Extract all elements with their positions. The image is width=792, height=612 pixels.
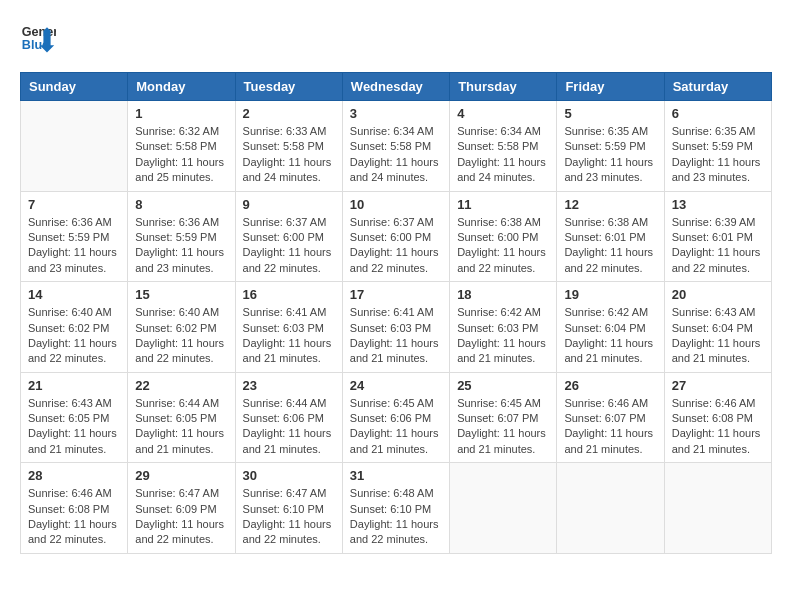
calendar-cell: 20Sunrise: 6:43 AMSunset: 6:04 PMDayligh… [664, 282, 771, 373]
calendar-cell: 19Sunrise: 6:42 AMSunset: 6:04 PMDayligh… [557, 282, 664, 373]
day-info: Sunrise: 6:42 AMSunset: 6:04 PMDaylight:… [564, 305, 656, 367]
day-number: 1 [135, 106, 227, 121]
column-header-saturday: Saturday [664, 73, 771, 101]
logo-icon: General Blue [20, 20, 56, 56]
day-info: Sunrise: 6:44 AMSunset: 6:05 PMDaylight:… [135, 396, 227, 458]
calendar-cell: 10Sunrise: 6:37 AMSunset: 6:00 PMDayligh… [342, 191, 449, 282]
day-number: 3 [350, 106, 442, 121]
calendar-cell: 22Sunrise: 6:44 AMSunset: 6:05 PMDayligh… [128, 372, 235, 463]
calendar: SundayMondayTuesdayWednesdayThursdayFrid… [20, 72, 772, 554]
calendar-cell: 26Sunrise: 6:46 AMSunset: 6:07 PMDayligh… [557, 372, 664, 463]
day-info: Sunrise: 6:37 AMSunset: 6:00 PMDaylight:… [243, 215, 335, 277]
column-header-thursday: Thursday [450, 73, 557, 101]
day-info: Sunrise: 6:40 AMSunset: 6:02 PMDaylight:… [28, 305, 120, 367]
calendar-cell: 18Sunrise: 6:42 AMSunset: 6:03 PMDayligh… [450, 282, 557, 373]
day-number: 21 [28, 378, 120, 393]
column-header-tuesday: Tuesday [235, 73, 342, 101]
day-info: Sunrise: 6:39 AMSunset: 6:01 PMDaylight:… [672, 215, 764, 277]
day-number: 11 [457, 197, 549, 212]
day-number: 17 [350, 287, 442, 302]
day-number: 22 [135, 378, 227, 393]
day-info: Sunrise: 6:33 AMSunset: 5:58 PMDaylight:… [243, 124, 335, 186]
day-number: 6 [672, 106, 764, 121]
calendar-cell: 9Sunrise: 6:37 AMSunset: 6:00 PMDaylight… [235, 191, 342, 282]
calendar-cell [21, 101, 128, 192]
calendar-cell [664, 463, 771, 554]
day-info: Sunrise: 6:47 AMSunset: 6:10 PMDaylight:… [243, 486, 335, 548]
day-info: Sunrise: 6:41 AMSunset: 6:03 PMDaylight:… [350, 305, 442, 367]
day-number: 9 [243, 197, 335, 212]
calendar-cell: 15Sunrise: 6:40 AMSunset: 6:02 PMDayligh… [128, 282, 235, 373]
column-header-friday: Friday [557, 73, 664, 101]
calendar-cell: 7Sunrise: 6:36 AMSunset: 5:59 PMDaylight… [21, 191, 128, 282]
calendar-cell: 17Sunrise: 6:41 AMSunset: 6:03 PMDayligh… [342, 282, 449, 373]
calendar-week-row: 1Sunrise: 6:32 AMSunset: 5:58 PMDaylight… [21, 101, 772, 192]
calendar-cell: 12Sunrise: 6:38 AMSunset: 6:01 PMDayligh… [557, 191, 664, 282]
day-info: Sunrise: 6:35 AMSunset: 5:59 PMDaylight:… [564, 124, 656, 186]
day-info: Sunrise: 6:45 AMSunset: 6:07 PMDaylight:… [457, 396, 549, 458]
logo: General Blue [20, 20, 56, 56]
day-number: 26 [564, 378, 656, 393]
calendar-cell: 1Sunrise: 6:32 AMSunset: 5:58 PMDaylight… [128, 101, 235, 192]
day-number: 28 [28, 468, 120, 483]
day-info: Sunrise: 6:47 AMSunset: 6:09 PMDaylight:… [135, 486, 227, 548]
day-number: 16 [243, 287, 335, 302]
day-info: Sunrise: 6:36 AMSunset: 5:59 PMDaylight:… [28, 215, 120, 277]
day-info: Sunrise: 6:44 AMSunset: 6:06 PMDaylight:… [243, 396, 335, 458]
day-info: Sunrise: 6:38 AMSunset: 6:00 PMDaylight:… [457, 215, 549, 277]
day-number: 20 [672, 287, 764, 302]
column-header-sunday: Sunday [21, 73, 128, 101]
day-number: 15 [135, 287, 227, 302]
calendar-cell: 3Sunrise: 6:34 AMSunset: 5:58 PMDaylight… [342, 101, 449, 192]
day-number: 14 [28, 287, 120, 302]
day-info: Sunrise: 6:45 AMSunset: 6:06 PMDaylight:… [350, 396, 442, 458]
calendar-cell: 25Sunrise: 6:45 AMSunset: 6:07 PMDayligh… [450, 372, 557, 463]
day-info: Sunrise: 6:43 AMSunset: 6:05 PMDaylight:… [28, 396, 120, 458]
day-number: 4 [457, 106, 549, 121]
day-number: 31 [350, 468, 442, 483]
calendar-cell: 16Sunrise: 6:41 AMSunset: 6:03 PMDayligh… [235, 282, 342, 373]
day-info: Sunrise: 6:41 AMSunset: 6:03 PMDaylight:… [243, 305, 335, 367]
day-info: Sunrise: 6:35 AMSunset: 5:59 PMDaylight:… [672, 124, 764, 186]
calendar-week-row: 7Sunrise: 6:36 AMSunset: 5:59 PMDaylight… [21, 191, 772, 282]
calendar-cell: 21Sunrise: 6:43 AMSunset: 6:05 PMDayligh… [21, 372, 128, 463]
calendar-cell: 29Sunrise: 6:47 AMSunset: 6:09 PMDayligh… [128, 463, 235, 554]
calendar-cell: 31Sunrise: 6:48 AMSunset: 6:10 PMDayligh… [342, 463, 449, 554]
calendar-cell: 6Sunrise: 6:35 AMSunset: 5:59 PMDaylight… [664, 101, 771, 192]
day-number: 8 [135, 197, 227, 212]
calendar-cell: 8Sunrise: 6:36 AMSunset: 5:59 PMDaylight… [128, 191, 235, 282]
calendar-cell [450, 463, 557, 554]
calendar-cell: 30Sunrise: 6:47 AMSunset: 6:10 PMDayligh… [235, 463, 342, 554]
day-number: 10 [350, 197, 442, 212]
calendar-body: 1Sunrise: 6:32 AMSunset: 5:58 PMDaylight… [21, 101, 772, 554]
day-info: Sunrise: 6:42 AMSunset: 6:03 PMDaylight:… [457, 305, 549, 367]
calendar-cell: 13Sunrise: 6:39 AMSunset: 6:01 PMDayligh… [664, 191, 771, 282]
day-info: Sunrise: 6:37 AMSunset: 6:00 PMDaylight:… [350, 215, 442, 277]
day-number: 29 [135, 468, 227, 483]
day-number: 25 [457, 378, 549, 393]
calendar-cell: 5Sunrise: 6:35 AMSunset: 5:59 PMDaylight… [557, 101, 664, 192]
day-info: Sunrise: 6:46 AMSunset: 6:07 PMDaylight:… [564, 396, 656, 458]
calendar-cell: 24Sunrise: 6:45 AMSunset: 6:06 PMDayligh… [342, 372, 449, 463]
day-number: 27 [672, 378, 764, 393]
calendar-cell: 14Sunrise: 6:40 AMSunset: 6:02 PMDayligh… [21, 282, 128, 373]
day-number: 19 [564, 287, 656, 302]
calendar-cell: 4Sunrise: 6:34 AMSunset: 5:58 PMDaylight… [450, 101, 557, 192]
calendar-week-row: 21Sunrise: 6:43 AMSunset: 6:05 PMDayligh… [21, 372, 772, 463]
calendar-week-row: 28Sunrise: 6:46 AMSunset: 6:08 PMDayligh… [21, 463, 772, 554]
day-number: 13 [672, 197, 764, 212]
day-info: Sunrise: 6:46 AMSunset: 6:08 PMDaylight:… [672, 396, 764, 458]
calendar-header-row: SundayMondayTuesdayWednesdayThursdayFrid… [21, 73, 772, 101]
day-number: 24 [350, 378, 442, 393]
day-info: Sunrise: 6:34 AMSunset: 5:58 PMDaylight:… [457, 124, 549, 186]
calendar-cell: 2Sunrise: 6:33 AMSunset: 5:58 PMDaylight… [235, 101, 342, 192]
header: General Blue [20, 20, 772, 56]
column-header-monday: Monday [128, 73, 235, 101]
day-info: Sunrise: 6:48 AMSunset: 6:10 PMDaylight:… [350, 486, 442, 548]
day-info: Sunrise: 6:34 AMSunset: 5:58 PMDaylight:… [350, 124, 442, 186]
day-number: 30 [243, 468, 335, 483]
calendar-cell [557, 463, 664, 554]
calendar-cell: 11Sunrise: 6:38 AMSunset: 6:00 PMDayligh… [450, 191, 557, 282]
day-number: 2 [243, 106, 335, 121]
day-number: 12 [564, 197, 656, 212]
